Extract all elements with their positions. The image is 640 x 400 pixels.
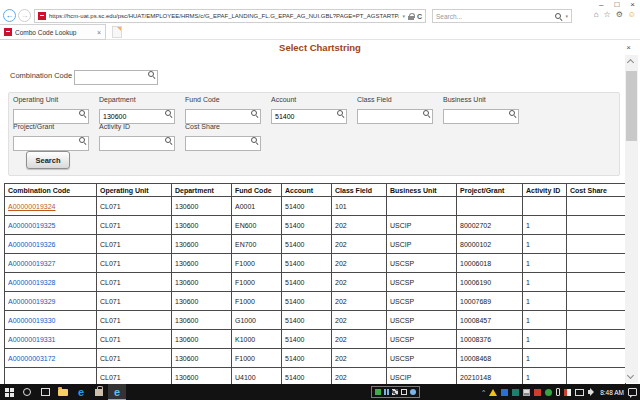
home-icon[interactable]: ⌂ [594, 10, 599, 19]
table-row: A00000019330 CL071 130600 G1000 51400 20… [5, 311, 626, 330]
table-cell: CL071 [97, 216, 172, 235]
start-button[interactable] [0, 384, 18, 400]
table-cell: USCSP [387, 330, 457, 349]
table-cell: 202 [332, 254, 387, 273]
combination-code-link[interactable]: A00000019325 [8, 222, 56, 229]
feedback-smiley-icon[interactable]: ☺ [628, 10, 636, 19]
system-tray: ^ 8:48 AM [482, 388, 640, 396]
lookup-icon[interactable] [422, 109, 430, 117]
tab-favicon-icon [4, 28, 12, 36]
table-cell [523, 197, 567, 216]
combination-code-link[interactable]: A00000019324 [8, 203, 56, 210]
combination-code-link[interactable]: A00000019331 [8, 336, 56, 343]
task-view-button[interactable] [36, 384, 54, 400]
combination-code-link[interactable]: A00000019329 [8, 298, 56, 305]
combination-code-field: Combination Code [10, 66, 158, 85]
settings-gear-icon[interactable]: ⚙ [616, 10, 623, 19]
phone-icon[interactable] [556, 388, 560, 396]
tray-app-blue-icon[interactable] [501, 389, 508, 396]
search-dropdown-icon[interactable]: ▾ [565, 13, 568, 19]
lock-icon [408, 13, 414, 20]
close-icon[interactable]: × [630, 0, 635, 9]
volume-icon[interactable] [588, 388, 596, 396]
maximize-icon[interactable]: □ [614, 0, 619, 9]
address-bar[interactable]: https://hcm-uat.ps.sc.edu/psc/HUAT/EMPLO… [34, 9, 426, 23]
tab-combo-code-lookup[interactable]: Combo Code Lookup × [0, 24, 106, 40]
table-cell: 130600 [172, 292, 232, 311]
combination-code-link[interactable]: A00000019328 [8, 279, 56, 286]
col-business-unit: Business Unit [387, 184, 457, 197]
refresh-icon[interactable]: C [417, 13, 422, 20]
table-cell-combination-code: A00000019331 [5, 330, 97, 349]
tray-app-teal-icon[interactable] [512, 389, 519, 396]
security-shield-icon[interactable] [564, 389, 571, 396]
minimize-icon[interactable]: – [599, 0, 603, 9]
stop-icon[interactable] [401, 389, 407, 395]
share-icon[interactable] [375, 389, 381, 395]
table-cell: 80000102 [457, 235, 523, 254]
table-cell: 10008468 [457, 349, 523, 368]
internet-explorer-button[interactable]: e [108, 384, 126, 400]
favorites-star-icon[interactable]: ☆ [603, 10, 610, 19]
pause-icon[interactable] [384, 389, 389, 395]
combination-code-input[interactable] [74, 70, 158, 85]
session-toolbar[interactable] [371, 386, 420, 398]
table-cell: 130600 [172, 197, 232, 216]
filter-label: Department [99, 96, 175, 103]
lookup-icon[interactable] [164, 136, 172, 144]
combination-code-link[interactable]: A00000019327 [8, 260, 56, 267]
table-cell: 51400 [282, 349, 332, 368]
table-cell: 1 [523, 254, 567, 273]
browser-search-box[interactable]: Search... ▾ [432, 9, 572, 23]
file-explorer-button[interactable] [54, 384, 72, 400]
lookup-icon[interactable] [164, 109, 172, 117]
apps-grid-icon[interactable] [392, 389, 398, 395]
lookup-icon[interactable] [78, 136, 86, 144]
table-cell: USCSP [387, 349, 457, 368]
table-cell: USCIP [387, 216, 457, 235]
address-dropdown-icon[interactable]: ▾ [402, 13, 405, 19]
table-cell: 130600 [172, 235, 232, 254]
search-button[interactable]: Search [26, 151, 70, 169]
table-cell: 10007689 [457, 292, 523, 311]
combination-code-link[interactable]: A00000019326 [8, 241, 56, 248]
table-cell: 1 [523, 311, 567, 330]
table-cell: 202 [332, 330, 387, 349]
content-scrollbar[interactable] [625, 55, 638, 383]
table-cell: USCSP [387, 273, 457, 292]
lookup-icon[interactable] [250, 136, 258, 144]
lookup-icon[interactable] [78, 109, 86, 117]
lookup-icon[interactable] [508, 109, 516, 117]
new-tab-button[interactable] [112, 26, 122, 38]
search-icon[interactable] [554, 12, 562, 20]
forward-button[interactable]: → [18, 9, 31, 22]
scroll-down-icon[interactable] [628, 373, 634, 379]
action-center-icon[interactable] [628, 388, 637, 396]
combination-code-link[interactable]: A00000019330 [8, 317, 56, 324]
network-icon[interactable] [575, 389, 584, 396]
lookup-icon[interactable] [147, 70, 155, 78]
hidden-icons-chevron-icon[interactable]: ^ [482, 389, 485, 395]
sync-status-icon[interactable] [545, 389, 552, 396]
warning-icon[interactable] [489, 389, 497, 396]
taskbar-clock[interactable]: 8:48 AM [600, 389, 624, 396]
back-button[interactable]: ← [3, 9, 16, 22]
tray-monitor-icon[interactable] [523, 389, 530, 396]
scroll-up-icon[interactable] [628, 59, 634, 65]
store-button[interactable] [90, 384, 108, 400]
modal-close-icon[interactable]: × [626, 43, 631, 52]
url-text[interactable]: https://hcm-uat.ps.sc.edu/psc/HUAT/EMPLO… [49, 13, 399, 19]
lookup-icon[interactable] [336, 109, 344, 117]
col-combination-code: Combination Code [5, 184, 97, 197]
record-icon[interactable] [410, 389, 416, 395]
table-cell: 1 [523, 292, 567, 311]
cortana-button[interactable] [18, 384, 36, 400]
table-row: A00000019324 CL071 130600 A0001 51400 10… [5, 197, 626, 216]
tray-app-red-icon[interactable] [534, 389, 541, 396]
search-placeholder[interactable]: Search... [436, 13, 551, 20]
combination-code-link[interactable]: A00000003172 [8, 355, 56, 362]
edge-button[interactable]: e [72, 384, 90, 400]
tab-close-icon[interactable]: × [97, 29, 101, 36]
lookup-icon[interactable] [250, 109, 258, 117]
scrollbar-thumb[interactable] [626, 71, 637, 141]
